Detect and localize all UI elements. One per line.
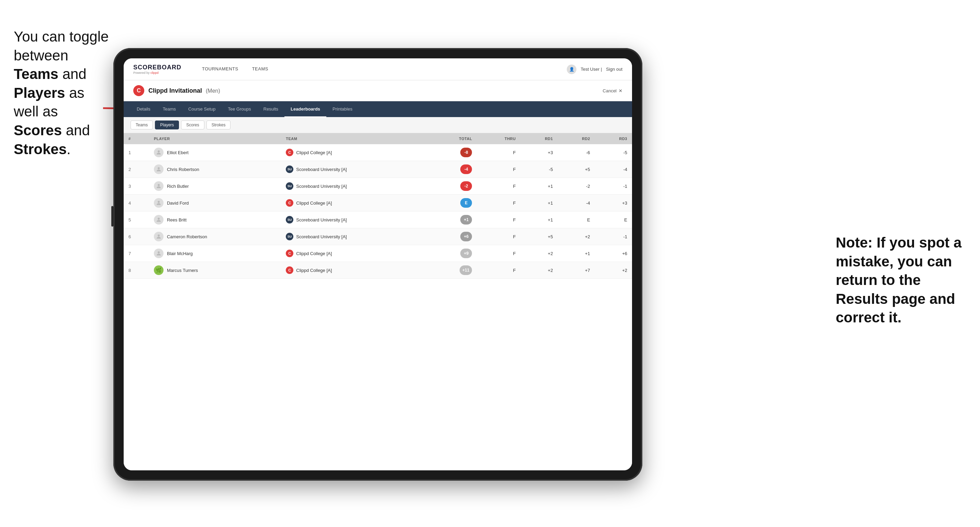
nav-links: TOURNAMENTS TEAMS	[195, 58, 567, 80]
rd3-cell: +3	[595, 195, 632, 211]
nav-teams[interactable]: TEAMS	[245, 58, 275, 80]
player-cell: Cameron Robertson	[149, 228, 281, 245]
tablet-frame: SCOREBOARD Powered by clippd TOURNAMENTS…	[113, 48, 642, 481]
rd1-cell: +1	[521, 195, 558, 211]
rd1-cell: +1	[521, 211, 558, 228]
table-row: 1 Elliot Ebert C Clippd College [A] -8 F…	[124, 144, 632, 161]
total-cell: +11	[430, 262, 477, 279]
player-avatar	[154, 249, 164, 258]
total-badge: -4	[460, 165, 472, 174]
rank-cell: 5	[124, 211, 149, 228]
team-icon: SU	[286, 182, 293, 190]
right-annotation: Note: If you spot a mistake, you can ret…	[836, 233, 966, 327]
team-cell: C Clippd College [A]	[281, 262, 429, 279]
rd2-cell: -2	[558, 178, 595, 195]
thru-cell: F	[477, 262, 520, 279]
player-name: Rees Britt	[167, 217, 186, 222]
tournament-title-area: C Clippd Invitational (Men)	[133, 85, 220, 96]
col-team: TEAM	[281, 133, 429, 144]
tab-tee-groups[interactable]: Tee Groups	[222, 101, 257, 117]
table-row: 3 Rich Butler SU Scoreboard University […	[124, 178, 632, 195]
player-avatar	[154, 181, 164, 191]
total-cell: +9	[430, 245, 477, 262]
total-badge: +6	[460, 232, 472, 241]
player-cell: Rich Butler	[149, 178, 281, 195]
toggle-scores-button[interactable]: Scores	[181, 121, 204, 129]
thru-cell: F	[477, 245, 520, 262]
total-badge: +1	[460, 215, 472, 225]
player-name: Chris Robertson	[167, 167, 199, 172]
rd3-cell: -5	[595, 144, 632, 161]
svg-point-3	[158, 184, 160, 186]
team-icon: SU	[286, 216, 293, 224]
rank-cell: 4	[124, 195, 149, 211]
team-name: Scoreboard University [A]	[296, 184, 347, 189]
leaderboard-table: # PLAYER TEAM TOTAL THRU RD1 RD2 RD3 1 E…	[124, 133, 632, 470]
table-row: 7 Blair McHarg C Clippd College [A] +9 F…	[124, 245, 632, 262]
rd2-cell: +7	[558, 262, 595, 279]
player-avatar	[154, 232, 164, 241]
player-cell: Chris Robertson	[149, 161, 281, 178]
logo-title: SCOREBOARD	[133, 64, 181, 71]
toggle-strokes-button[interactable]: Strokes	[207, 121, 231, 129]
total-cell: +1	[430, 211, 477, 228]
rd3-cell: -1	[595, 228, 632, 245]
total-cell: -2	[430, 178, 477, 195]
cancel-x-icon: ✕	[619, 88, 622, 94]
team-cell: C Clippd College [A]	[281, 195, 429, 211]
clippd-logo-circle: C	[133, 85, 144, 96]
thru-cell: F	[477, 144, 520, 161]
rd2-cell: -6	[558, 144, 595, 161]
toggle-bar: Teams Players Scores Strokes	[124, 117, 632, 133]
player-name: Cameron Robertson	[167, 234, 207, 239]
table-header-row: # PLAYER TEAM TOTAL THRU RD1 RD2 RD3	[124, 133, 632, 144]
rank-cell: 6	[124, 228, 149, 245]
total-badge: -2	[460, 181, 472, 191]
col-player: PLAYER	[149, 133, 281, 144]
total-badge: +9	[460, 249, 472, 258]
toggle-teams-button[interactable]: Teams	[130, 121, 153, 129]
team-cell: C Clippd College [A]	[281, 245, 429, 262]
tab-printables[interactable]: Printables	[326, 101, 359, 117]
user-name: Test User |	[581, 67, 602, 72]
toggle-players-button[interactable]: Players	[155, 121, 179, 129]
rd2-cell: -4	[558, 195, 595, 211]
col-rd1: RD1	[521, 133, 558, 144]
rd3-cell: -1	[595, 178, 632, 195]
table-row: 5 Rees Britt SU Scoreboard University [A…	[124, 211, 632, 228]
tab-results[interactable]: Results	[257, 101, 285, 117]
sub-nav: Details Teams Course Setup Tee Groups Re…	[124, 101, 632, 117]
player-avatar	[154, 165, 164, 174]
tab-details[interactable]: Details	[130, 101, 157, 117]
thru-cell: F	[477, 211, 520, 228]
player-avatar	[154, 148, 164, 157]
nav-user: 👤 Test User | Sign out	[567, 65, 622, 74]
user-avatar-icon: 👤	[567, 65, 576, 74]
tab-teams[interactable]: Teams	[157, 101, 182, 117]
svg-point-5	[158, 217, 160, 220]
team-icon: C	[286, 267, 293, 274]
logo-area: SCOREBOARD Powered by clippd	[133, 64, 181, 75]
rank-cell: 7	[124, 245, 149, 262]
col-rank: #	[124, 133, 149, 144]
team-icon: C	[286, 149, 293, 156]
team-name: Scoreboard University [A]	[296, 234, 347, 239]
total-badge: +11	[460, 265, 472, 275]
thru-cell: F	[477, 178, 520, 195]
thru-cell: F	[477, 228, 520, 245]
team-icon: SU	[286, 165, 293, 173]
player-name: Marcus Turners	[167, 268, 198, 273]
rd1-cell: +5	[521, 228, 558, 245]
col-total: TOTAL	[430, 133, 477, 144]
team-name: Clippd College [A]	[296, 268, 332, 273]
thru-cell: F	[477, 161, 520, 178]
cancel-button[interactable]: Cancel ✕	[603, 88, 622, 94]
sign-out-link[interactable]: Sign out	[606, 67, 622, 72]
rd3-cell: +2	[595, 262, 632, 279]
rd1-cell: +2	[521, 262, 558, 279]
team-cell: C Clippd College [A]	[281, 144, 429, 161]
tab-leaderboards[interactable]: Leaderboards	[285, 101, 326, 117]
top-nav: SCOREBOARD Powered by clippd TOURNAMENTS…	[124, 58, 632, 80]
nav-tournaments[interactable]: TOURNAMENTS	[195, 58, 245, 80]
tab-course-setup[interactable]: Course Setup	[182, 101, 222, 117]
